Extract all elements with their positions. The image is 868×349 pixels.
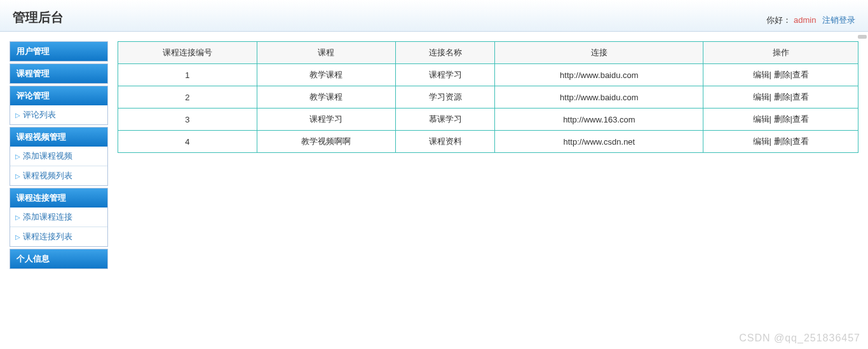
- edit-link[interactable]: 编辑: [753, 70, 770, 79]
- sidebar-item-4-0[interactable]: ▷添加课程连接: [10, 207, 107, 227]
- table-header-3: 连接: [495, 42, 703, 64]
- sidebar-header-3[interactable]: 课程视频管理: [10, 128, 107, 147]
- chevron-right-icon: ▷: [15, 214, 20, 221]
- table-cell-actions: 编辑| 删除|查看: [703, 64, 858, 86]
- table-cell-link: http://www.baidu.com: [495, 86, 703, 109]
- sidebar-header-1[interactable]: 课程管理: [10, 64, 107, 83]
- table-row: 1教学课程课程学习http://www.baidu.com编辑| 删除|查看: [118, 64, 858, 86]
- username: admin: [794, 15, 816, 25]
- chevron-right-icon: ▷: [15, 153, 20, 160]
- sidebar-header-2[interactable]: 评论管理: [10, 86, 107, 105]
- table-cell-name: 学习资源: [396, 86, 495, 109]
- table-cell-name: 课程学习: [396, 64, 495, 86]
- sidebar-item-label: 添加课程视频: [23, 150, 72, 162]
- table-cell-course: 教学课程: [257, 64, 396, 86]
- table-cell-id: 3: [118, 109, 257, 131]
- logout-link[interactable]: 注销登录: [822, 15, 855, 25]
- sidebar-section: 课程连接管理▷添加课程连接▷课程连接列表: [10, 188, 108, 247]
- view-link[interactable]: 查看: [792, 92, 809, 102]
- edit-link[interactable]: 编辑: [753, 136, 770, 146]
- sidebar-item-label: 评论列表: [23, 109, 56, 121]
- table-cell-id: 4: [118, 131, 257, 153]
- delete-link[interactable]: 删除: [774, 92, 790, 102]
- sidebar-item-3-1[interactable]: ▷课程视频列表: [10, 166, 107, 185]
- delete-link[interactable]: 删除: [774, 70, 790, 79]
- table-header-2: 连接名称: [396, 42, 495, 64]
- table-header-4: 操作: [703, 42, 858, 64]
- view-link[interactable]: 查看: [792, 114, 809, 124]
- chevron-right-icon: ▷: [15, 112, 20, 119]
- sidebar-section: 用户管理: [10, 41, 108, 62]
- view-link[interactable]: 查看: [792, 70, 809, 79]
- chevron-right-icon: ▷: [15, 173, 20, 180]
- delete-link[interactable]: 删除: [774, 136, 790, 146]
- main-content: 课程连接编号课程连接名称连接操作 1教学课程课程学习http://www.bai…: [118, 41, 858, 271]
- user-info: 你好： admin 注销登录: [766, 15, 855, 26]
- table-row: 4教学视频啊啊课程资料http://www.csdn.net编辑| 删除|查看: [118, 131, 858, 153]
- scrollbar-indicator: [858, 35, 867, 39]
- sidebar-item-3-0[interactable]: ▷添加课程视频: [10, 147, 107, 166]
- table-cell-id: 2: [118, 86, 257, 109]
- sidebar-section: 评论管理▷评论列表: [10, 86, 108, 125]
- table-cell-link: http://www.baidu.com: [495, 64, 703, 86]
- sidebar-item-label: 课程视频列表: [23, 170, 72, 181]
- sidebar-section: 课程视频管理▷添加课程视频▷课程视频列表: [10, 127, 108, 186]
- sidebar-header-0[interactable]: 用户管理: [10, 42, 107, 61]
- table-cell-id: 1: [118, 64, 257, 86]
- table-cell-name: 课程资料: [396, 131, 495, 153]
- edit-link[interactable]: 编辑: [753, 114, 770, 124]
- table-row: 3课程学习慕课学习http://www.163.com编辑| 删除|查看: [118, 109, 858, 131]
- sidebar-header-5[interactable]: 个人信息: [10, 249, 107, 268]
- table-cell-link: http://www.163.com: [495, 109, 703, 131]
- table-cell-name: 慕课学习: [396, 109, 495, 131]
- container: 用户管理课程管理评论管理▷评论列表课程视频管理▷添加课程视频▷课程视频列表课程连…: [0, 32, 868, 280]
- sidebar-item-2-0[interactable]: ▷评论列表: [10, 105, 107, 124]
- chevron-right-icon: ▷: [15, 234, 20, 240]
- edit-link[interactable]: 编辑: [753, 92, 770, 102]
- table-cell-course: 课程学习: [257, 109, 396, 131]
- table-header-1: 课程: [257, 42, 396, 64]
- table-cell-course: 教学视频啊啊: [257, 131, 396, 153]
- greeting-label: 你好：: [766, 15, 791, 25]
- header: 管理后台 你好： admin 注销登录: [0, 0, 868, 32]
- table-row: 2教学课程学习资源http://www.baidu.com编辑| 删除|查看: [118, 86, 858, 109]
- table-cell-link: http://www.csdn.net: [495, 131, 703, 153]
- table-header-0: 课程连接编号: [118, 42, 257, 64]
- table-cell-actions: 编辑| 删除|查看: [703, 109, 858, 131]
- page-title: 管理后台: [13, 9, 64, 26]
- sidebar-item-4-1[interactable]: ▷课程连接列表: [10, 227, 107, 246]
- sidebar-item-label: 课程连接列表: [23, 231, 72, 242]
- sidebar-section: 个人信息: [10, 249, 108, 269]
- sidebar-header-4[interactable]: 课程连接管理: [10, 188, 107, 207]
- sidebar-item-label: 添加课程连接: [23, 211, 72, 223]
- view-link[interactable]: 查看: [792, 136, 809, 146]
- table-cell-actions: 编辑| 删除|查看: [703, 86, 858, 109]
- sidebar-section: 课程管理: [10, 63, 108, 84]
- data-table: 课程连接编号课程连接名称连接操作 1教学课程课程学习http://www.bai…: [118, 41, 858, 153]
- sidebar: 用户管理课程管理评论管理▷评论列表课程视频管理▷添加课程视频▷课程视频列表课程连…: [10, 41, 108, 271]
- table-cell-actions: 编辑| 删除|查看: [703, 131, 858, 153]
- delete-link[interactable]: 删除: [774, 114, 790, 124]
- table-cell-course: 教学课程: [257, 86, 396, 109]
